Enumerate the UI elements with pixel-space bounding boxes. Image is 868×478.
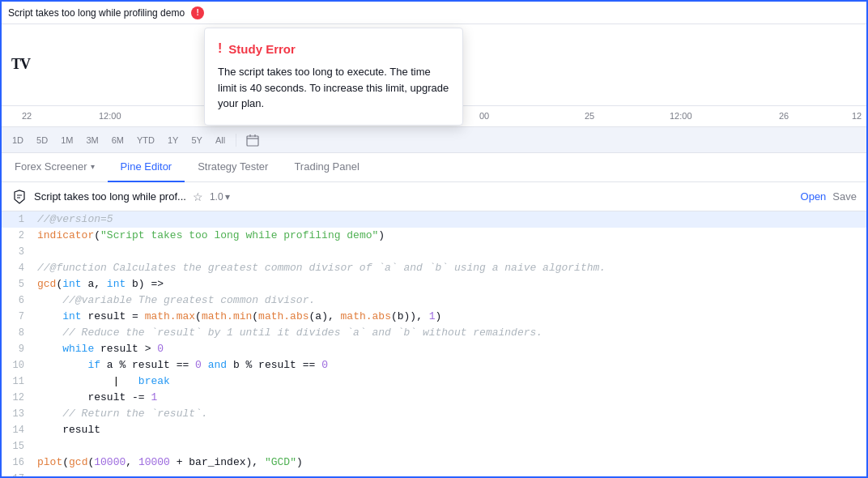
time-btn-3m[interactable]: 3M — [82, 134, 102, 147]
version-dropdown-icon: ▾ — [225, 191, 230, 203]
tab-label-strategy: Strategy Tester — [198, 160, 268, 173]
line-content-7: int result = math.max(math.min(math.abs(… — [34, 309, 866, 325]
tab-label-pine: Pine Editor — [121, 160, 172, 173]
script-name: Script takes too long while prof... — [34, 190, 186, 203]
error-popup-title: Study Error — [228, 42, 296, 56]
chart-top-bar: Script takes too long while profiling de… — [2, 2, 866, 24]
line-num-7: 7 — [2, 309, 34, 325]
code-line-8: 8 // Reduce the `result` by 1 until it d… — [2, 325, 866, 341]
save-button[interactable]: Save — [832, 190, 857, 203]
code-line-9: 9 while result > 0 — [2, 341, 866, 357]
pine-editor-panel: Script takes too long while prof... ☆ 1.… — [2, 182, 866, 478]
line-num-8: 8 — [2, 325, 34, 341]
date-range-btn[interactable] — [243, 130, 262, 150]
editor-actions: Open Save — [801, 190, 857, 203]
line-num-15: 15 — [2, 438, 34, 455]
line-num-10: 10 — [2, 357, 34, 373]
x-label-22: 22 — [22, 111, 32, 121]
line-content-6: //@variable The greatest common divisor. — [34, 292, 866, 309]
line-num-9: 9 — [2, 341, 34, 357]
code-line-16: 16 plot(gcd(10000, 10000 + bar_index), "… — [2, 455, 866, 471]
x-label-25: 25 — [585, 111, 594, 121]
x-label-12-end: 12 — [852, 111, 862, 121]
line-content-12: result -= 1 — [34, 390, 866, 406]
line-content-11: | break — [34, 373, 866, 390]
error-popup-body: The script takes too long to execute. Th… — [218, 64, 449, 112]
time-btn-ytd[interactable]: YTD — [133, 134, 159, 147]
code-line-17: 17 — [2, 471, 866, 478]
error-icon: ! — [218, 41, 222, 56]
line-num-11: 11 — [2, 373, 34, 390]
time-btn-5d[interactable]: 5D — [32, 134, 52, 147]
code-line-12: 12 result -= 1 — [2, 390, 866, 406]
code-line-10: 10 if a % result == 0 and b % result == … — [2, 357, 866, 373]
line-content-3 — [34, 244, 866, 260]
line-num-12: 12 — [2, 390, 34, 406]
line-num-4: 4 — [2, 260, 34, 276]
code-line-5: 5 gcd(int a, int b) => — [2, 276, 866, 292]
toolbar-bar: 1D 5D 1M 3M 6M YTD 1Y 5Y All — [2, 127, 866, 153]
open-button[interactable]: Open — [801, 190, 827, 203]
code-line-6: 6 //@variable The greatest common diviso… — [2, 292, 866, 309]
code-line-7: 7 int result = math.max(math.min(math.ab… — [2, 309, 866, 325]
line-num-6: 6 — [2, 292, 34, 309]
line-num-17: 17 — [2, 471, 34, 478]
x-label-1200-1: 12:00 — [99, 111, 121, 121]
editor-header: Script takes too long while prof... ☆ 1.… — [2, 182, 866, 211]
code-line-15: 15 — [2, 438, 866, 455]
time-btn-1y[interactable]: 1Y — [164, 134, 182, 147]
line-content-15 — [34, 438, 866, 455]
version-selector[interactable]: 1.0 ▾ — [210, 191, 230, 203]
time-btn-5y[interactable]: 5Y — [187, 134, 206, 147]
error-popup: ! Study Error The script takes too long … — [204, 28, 463, 126]
line-num-1: 1 — [2, 211, 34, 228]
favorite-star-icon[interactable]: ☆ — [193, 190, 203, 203]
panel-tabs: Forex Screener ▾ Pine Editor Strategy Te… — [2, 153, 866, 182]
error-popup-header: ! Study Error — [218, 41, 449, 56]
line-content-2: indicator("Script takes too long while p… — [34, 228, 866, 244]
version-label: 1.0 — [210, 191, 223, 203]
tab-strategy-tester[interactable]: Strategy Tester — [185, 153, 281, 182]
chart-area: Script takes too long while profiling de… — [2, 2, 866, 127]
line-content-14: result — [34, 422, 866, 438]
code-line-13: 13 // Return the `result`. — [2, 406, 866, 422]
svg-rect-1 — [247, 136, 258, 146]
line-content-13: // Return the `result`. — [34, 406, 866, 422]
code-editor[interactable]: 1 //@version=5 2 indicator("Script takes… — [2, 211, 866, 478]
code-line-14: 14 result — [2, 422, 866, 438]
line-content-9: while result > 0 — [34, 341, 866, 357]
forex-dropdown-arrow: ▾ — [91, 162, 95, 171]
code-line-4: 4 //@function Calculates the greatest co… — [2, 260, 866, 276]
tab-pine-editor[interactable]: Pine Editor — [108, 153, 185, 182]
code-line-3: 3 — [2, 244, 866, 260]
calendar-icon — [246, 134, 259, 147]
tab-trading-panel[interactable]: Trading Panel — [281, 153, 372, 182]
time-btn-6m[interactable]: 6M — [108, 134, 128, 147]
code-line-11: 11 | break — [2, 373, 866, 390]
line-content-16: plot(gcd(10000, 10000 + bar_index), "GCD… — [34, 455, 866, 471]
line-content-1: //@version=5 — [34, 211, 866, 228]
code-line-1: 1 //@version=5 — [2, 211, 866, 228]
line-content-10: if a % result == 0 and b % result == 0 — [34, 357, 866, 373]
time-btn-1m[interactable]: 1M — [57, 134, 77, 147]
tv-logo: TV — [11, 54, 36, 76]
error-dot[interactable]: ! — [191, 6, 204, 19]
x-label-26: 26 — [779, 111, 789, 121]
line-num-3: 3 — [2, 244, 34, 260]
line-content-17 — [34, 471, 866, 478]
line-num-5: 5 — [2, 276, 34, 292]
code-line-2: 2 indicator("Script takes too long while… — [2, 228, 866, 244]
x-label-1200-2: 12:00 — [670, 111, 692, 121]
tab-label-forex: Forex Screener — [15, 160, 87, 173]
time-btn-all[interactable]: All — [211, 134, 229, 147]
chart-title: Script takes too long while profiling de… — [8, 7, 185, 19]
line-content-8: // Reduce the `result` by 1 until it div… — [34, 325, 866, 341]
line-num-13: 13 — [2, 406, 34, 422]
time-btn-1d[interactable]: 1D — [8, 134, 28, 147]
x-label-00: 00 — [479, 111, 489, 121]
bottom-panel: Forex Screener ▾ Pine Editor Strategy Te… — [2, 153, 866, 478]
line-num-2: 2 — [2, 228, 34, 244]
svg-text:TV: TV — [11, 56, 31, 72]
tab-forex-screener[interactable]: Forex Screener ▾ — [2, 153, 108, 182]
script-icon — [11, 189, 28, 205]
